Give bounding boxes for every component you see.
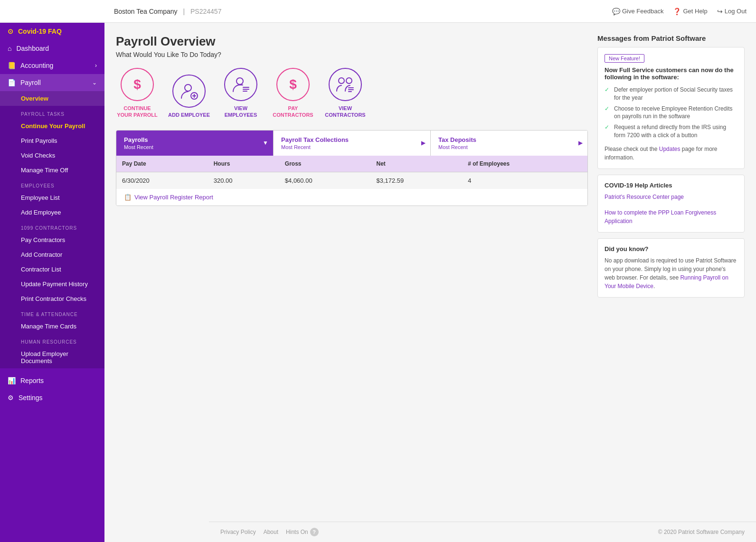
sidebar-item-covid[interactable]: ⊙ Covid-19 FAQ: [0, 23, 104, 40]
add-employee-label: ADD EMPLOYEE: [168, 112, 210, 118]
sidebar-item-manage-time-cards[interactable]: Manage Time Cards: [0, 319, 104, 334]
quick-actions: $ CONTINUE YOUR PAYROLL: [116, 68, 588, 119]
did-you-know-body: No app download is required to use Patri…: [605, 256, 737, 290]
new-feature-list: Defer employer portion of Social Securit…: [605, 84, 737, 141]
home-icon: ⌂: [8, 45, 11, 52]
section-label-contractors: 1099 Contractors: [0, 220, 104, 233]
sidebar-item-update-payment[interactable]: Update Payment History: [0, 277, 104, 291]
footer: Privacy Policy About Hints On ? © 2020 P…: [209, 522, 756, 542]
section-label-employees: Employees: [0, 178, 104, 190]
help-icon: ❓: [673, 8, 681, 15]
privacy-policy-link[interactable]: Privacy Policy: [220, 529, 256, 535]
payroll-table: Pay Date Hours Gross Net # of Employees …: [116, 156, 587, 189]
quick-action-view-contractors[interactable]: VIEW CONTRACTORS: [324, 68, 367, 119]
messages-title: Messages from Patriot Software: [597, 34, 745, 42]
covid-help-title: COVID-19 Help Articles: [605, 182, 737, 189]
sidebar-item-reports[interactable]: 📊 Reports: [0, 372, 104, 389]
hints-on-button[interactable]: Hints On ?: [286, 528, 319, 536]
sidebar-item-void-checks[interactable]: Void Checks: [0, 148, 104, 163]
sidebar-item-dashboard[interactable]: ⌂ Dashboard: [0, 40, 104, 57]
sidebar-item-add-contractor[interactable]: Add Contractor: [0, 247, 104, 262]
add-employee-icon: [172, 75, 206, 108]
report-icon: 📋: [124, 194, 132, 201]
copyright: © 2020 Patriot Software Company: [658, 529, 745, 535]
top-bar: Boston Tea Company | PS224457 💬 Give Fee…: [0, 0, 756, 23]
cell-net: $3,172.59: [371, 172, 463, 189]
get-help-link[interactable]: ❓ Get Help: [673, 8, 707, 15]
sidebar-item-print-contractor-checks[interactable]: Print Contractor Checks: [0, 291, 104, 306]
svg-rect-12: [348, 91, 352, 92]
quick-action-add-employee[interactable]: ADD EMPLOYEE: [168, 75, 210, 118]
view-report-row: 📋 View Payroll Register Report: [116, 189, 587, 206]
sidebar-item-upload-employer-docs[interactable]: Upload Employer Documents: [0, 346, 104, 368]
quick-action-view-employees[interactable]: VIEW EMPLOYEES: [219, 68, 262, 119]
sidebar-item-print-payrolls[interactable]: Print Payrolls: [0, 133, 104, 148]
message-card-covid-help: COVID-19 Help Articles Patriot's Resourc…: [597, 175, 745, 233]
sidebar: PATRIOT ⊙ Covid-19 FAQ ⌂ Dashboard 📒 Acc…: [0, 0, 104, 542]
sidebar-item-contractor-list[interactable]: Contractor List: [0, 262, 104, 277]
sidebar-item-accounting[interactable]: 📒 Accounting ›: [0, 57, 104, 74]
tab-payrolls-arrow: ▼: [263, 140, 268, 146]
give-feedback-link[interactable]: 💬 Give Feedback: [612, 8, 663, 15]
ppp-loan-link[interactable]: How to complete the PPP Loan Forgiveness…: [605, 209, 716, 224]
view-contractors-icon: [329, 68, 362, 101]
list-item: Choose to receive Employee Retention Cre…: [605, 103, 737, 122]
settings-icon: ⚙: [8, 394, 14, 402]
payroll-arrow: ⌄: [92, 79, 97, 86]
company-info: Boston Tea Company | PS224457: [114, 8, 221, 15]
sidebar-item-settings[interactable]: ⚙ Settings: [0, 389, 104, 406]
left-panel: Payroll Overview What Would You Like To …: [116, 34, 588, 522]
hints-on-label: Hints On: [286, 529, 308, 535]
tab-payrolls[interactable]: Payrolls Most Recent ▼: [116, 131, 274, 156]
mobile-device-link[interactable]: Running Payroll on Your Mobile Device: [605, 274, 728, 290]
sidebar-item-overview[interactable]: Overview: [0, 91, 104, 106]
accounting-icon: 📒: [8, 62, 16, 69]
message-card-did-you-know: Did you know? No app download is require…: [597, 238, 745, 298]
covid-icon: ⊙: [8, 28, 13, 35]
list-item: Defer employer portion of Social Securit…: [605, 84, 737, 103]
message-card-new-feature: New Feature! Now Full Service customers …: [597, 47, 745, 169]
updates-link[interactable]: Updates: [659, 146, 680, 152]
covid-help-links: Patriot's Resource Center page: [605, 193, 737, 201]
account-id: PS224457: [190, 8, 221, 15]
list-item: Request a refund directly from the IRS u…: [605, 122, 737, 141]
sidebar-navigation: ⊙ Covid-19 FAQ ⌂ Dashboard 📒 Accounting …: [0, 23, 104, 542]
content-area: Payroll Overview What Would You Like To …: [104, 23, 756, 522]
view-payroll-register-link[interactable]: 📋 View Payroll Register Report: [124, 194, 580, 201]
page-subtitle: What Would You Like To Do Today?: [116, 51, 588, 58]
svg-point-8: [339, 78, 344, 84]
about-link[interactable]: About: [264, 529, 278, 535]
sidebar-item-add-employee[interactable]: Add Employee: [0, 205, 104, 220]
tab-deposits[interactable]: Tax Deposits Most Recent ▶: [431, 131, 587, 156]
col-net: Net: [371, 156, 463, 172]
payroll-section: Payrolls Most Recent ▼ Payroll Tax Colle…: [116, 130, 588, 206]
tab-tax-collections[interactable]: Payroll Tax Collections Most Recent ▶: [274, 131, 431, 156]
view-employees-icon: [224, 68, 257, 101]
payroll-tabs: Payrolls Most Recent ▼ Payroll Tax Colle…: [116, 131, 587, 156]
svg-point-9: [346, 78, 352, 84]
reports-icon: 📊: [8, 377, 16, 384]
sidebar-item-payroll[interactable]: 📄 Payroll ⌄: [0, 74, 104, 91]
sidebar-item-pay-contractors[interactable]: Pay Contractors: [0, 233, 104, 247]
tab-deposits-arrow: ▶: [578, 140, 583, 146]
sidebar-item-employee-list[interactable]: Employee List: [0, 190, 104, 205]
log-out-link[interactable]: ↪ Log Out: [717, 8, 747, 15]
quick-action-pay-contractors[interactable]: $ PAY CONTRACTORS: [272, 68, 314, 119]
resource-center-link[interactable]: Patriot's Resource Center page: [605, 194, 684, 200]
new-feature-title: Now Full Service customers can now do th…: [605, 66, 737, 81]
svg-rect-7: [243, 91, 247, 92]
continue-payroll-label: CONTINUE YOUR PAYROLL: [116, 105, 159, 119]
sidebar-item-continue-payroll[interactable]: Continue Your Payroll: [0, 119, 104, 133]
svg-rect-11: [348, 89, 354, 90]
section-label-time-attendance: Time & Attendance: [0, 306, 104, 319]
sidebar-item-manage-time-off[interactable]: Manage Time Off: [0, 163, 104, 178]
cell-hours: 320.00: [208, 172, 279, 189]
view-employees-label: VIEW EMPLOYEES: [219, 105, 262, 119]
col-gross: Gross: [279, 156, 371, 172]
quick-action-continue-payroll[interactable]: $ CONTINUE YOUR PAYROLL: [116, 68, 159, 119]
tab-tax-arrow: ▶: [421, 140, 425, 146]
pay-contractors-label: PAY CONTRACTORS: [272, 105, 314, 119]
new-feature-badge: New Feature!: [605, 54, 644, 63]
svg-point-0: [185, 84, 191, 91]
separator: |: [183, 8, 185, 15]
